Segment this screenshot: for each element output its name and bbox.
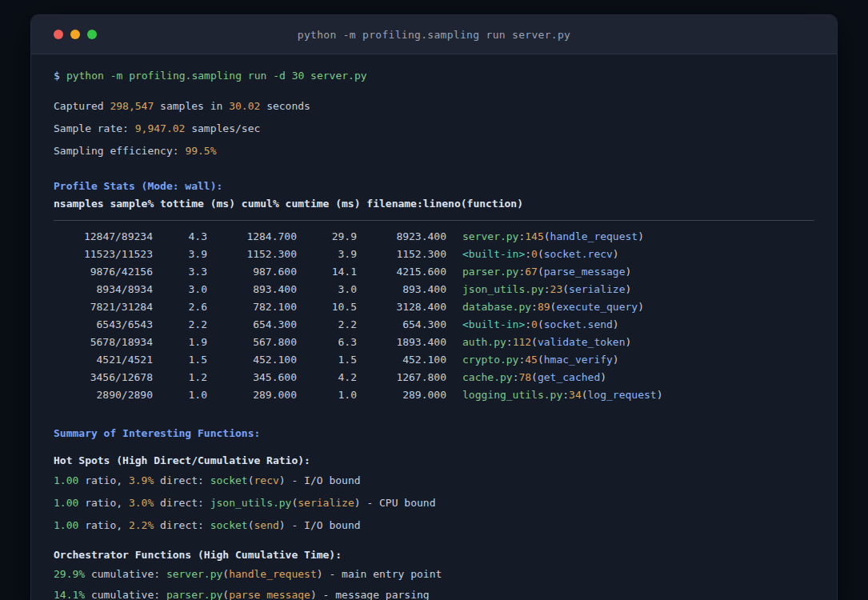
tottime-cell: 987.600 [207,263,297,281]
profile-row: 8934/89343.0893.4003.0893.400json_utils.… [54,281,814,298]
cumul-pct-cell: 1.5 [297,351,357,369]
table-divider [54,220,814,221]
profile-row: 11523/115233.91152.3003.91152.300<built-… [54,246,814,263]
rate-value: 9,947.02 [135,122,186,134]
tottime-cell: 1152.300 [207,246,297,263]
open-paren: ( [538,354,544,366]
cumtime-cell: 452.100 [357,351,446,369]
captured-label: Captured [54,100,110,112]
tottime-cell: 567.800 [207,334,297,351]
shell-prompt: $ [54,70,60,82]
close-paren: ) [310,589,317,600]
close-paren: ) [638,230,644,242]
role-note: - message parsing [317,589,430,600]
lineno: 67 [525,266,538,278]
role-note: - main entry point [323,568,442,580]
sample-pct-cell: 3.0 [153,281,207,298]
cumtime-cell: 1152.300 [357,246,446,263]
colon: : [544,283,550,295]
rate-label: Sample rate: [54,122,135,134]
close-paren: ) [613,248,619,260]
open-paren: ( [248,474,254,486]
function-name: parse_message [229,589,310,600]
profile-row: 9876/421563.3987.60014.14215.600parser.p… [54,263,814,281]
direct-label: direct: [154,497,210,509]
cumul-pct-cell: 1.0 [297,386,357,404]
target-name: json_utils.py [210,497,292,509]
close-button[interactable] [54,30,63,39]
function-name: execute_query [556,301,638,313]
filename: logging_utils.py [462,389,562,401]
nsamples-cell: 4521/4521 [54,351,153,369]
cumul-pct-cell: 3.0 [297,281,357,298]
function-name: handle_request [229,568,317,580]
function-cell: <built-in>:0(socket.recv) [446,246,619,263]
open-paren: ( [222,568,229,580]
profile-row: 12847/892344.31284.70029.98923.400server… [54,228,814,246]
function-cell: <built-in>:0(socket.send) [446,316,619,334]
tottime-cell: 893.400 [207,281,297,298]
direct-pct: 3.9% [129,474,154,486]
minimize-button[interactable] [70,30,80,39]
filename: crypto.py [462,354,518,366]
rate-tail: samples/sec [185,122,260,134]
cumulative-pct: 14.1% [54,589,85,600]
ratio-value: 1.00 [54,497,78,509]
open-paren: ( [531,336,538,348]
cumul-pct-cell: 2.2 [297,316,357,334]
captured-samples: 298,547 [110,100,154,112]
ratio-label: ratio, [78,497,129,509]
cumtime-cell: 654.300 [357,316,446,334]
command-text: python -m profiling.sampling run -d 30 s… [66,70,367,82]
filename: cache.py [462,371,513,383]
lineno: 145 [525,230,543,242]
close-paren: ) [626,266,632,278]
nsamples-cell: 11523/11523 [54,246,153,263]
terminal-window: python -m profiling.sampling run server.… [30,14,838,600]
function-name: handle_request [550,230,638,242]
nsamples-cell: 9876/42156 [54,263,153,281]
close-paren: ) [600,371,606,383]
open-paren: ( [248,519,254,531]
captured-mid: samples in [154,100,229,112]
function-name: get_cached [538,371,600,383]
efficiency-value: 99.5% [185,145,216,157]
inner-name: send [254,519,279,531]
cumtime-cell: 3128.400 [357,298,446,316]
sample-pct-cell: 1.9 [153,334,207,351]
target-name: socket [210,474,248,486]
nsamples-cell: 12847/89234 [54,228,153,246]
open-paren: ( [538,318,544,330]
sample-pct-cell: 3.3 [153,263,207,281]
sample-pct-cell: 1.5 [153,351,207,369]
bound-note: - I/O bound [286,519,361,531]
hot-spots-heading: Hot Spots (High Direct/Cumulative Ratio)… [54,452,814,470]
orchestrator-item: 29.9% cumulative: server.py(handle_reque… [54,564,814,585]
close-paren: ) [626,283,632,295]
filename: server.py [462,230,518,242]
cumtime-cell: 1267.800 [357,369,446,386]
function-name: serialize [569,283,625,295]
close-paren: ) [354,497,361,509]
direct-label: direct: [154,519,210,531]
function-name: parse_message [544,266,626,278]
cumtime-cell: 893.400 [357,281,446,298]
sample-pct-cell: 2.6 [153,298,207,316]
terminal-body[interactable]: $python -m profiling.sampling run -d 30 … [31,54,837,600]
direct-pct: 3.0% [129,497,154,509]
cumul-pct-cell: 3.9 [297,246,357,263]
colon: : [562,389,569,401]
zoom-button[interactable] [87,30,97,39]
efficiency-label: Sampling efficiency: [54,145,185,157]
sample-pct-cell: 3.9 [153,246,207,263]
direct-label: direct: [154,474,210,486]
ratio-label: ratio, [78,519,129,531]
function-cell: crypto.py:45(hmac_verify) [446,351,619,369]
ratio-label: ratio, [78,474,129,486]
bound-note: - CPU bound [361,497,436,509]
nsamples-cell: 5678/18934 [54,334,153,351]
cumtime-cell: 289.000 [357,386,446,404]
filename: database.py [462,301,531,313]
hot-spot-item: 1.00 ratio, 3.0% direct: json_utils.py(s… [54,492,814,514]
filename: <built-in> [462,248,525,260]
